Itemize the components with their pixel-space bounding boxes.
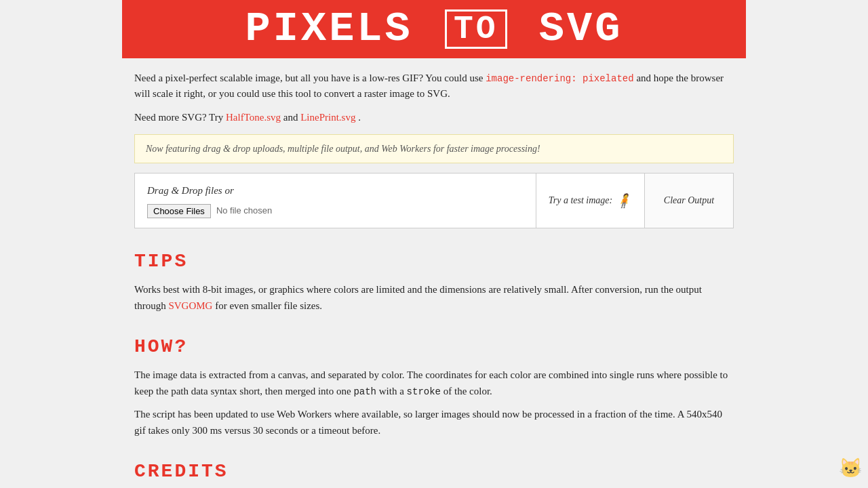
file-input-wrapper: Choose Files No file chosen <box>147 204 524 218</box>
intro-p2-start: Need more SVG? Try <box>134 112 223 123</box>
upload-left-panel: Drag & Drop files or Choose Files No fil… <box>135 174 536 228</box>
drag-drop-text: Drag & Drop files or <box>147 183 524 199</box>
how-paragraph-2: The script has been updated to use Web W… <box>134 406 734 439</box>
intro-paragraph-2: Need more SVG? Try HalfTone.svg and Line… <box>134 110 734 125</box>
notice-box: Now featuring drag & drop uploads, multi… <box>134 134 734 163</box>
intro-p2-and: and <box>283 112 298 123</box>
how-heading: HOW? <box>134 333 734 361</box>
main-content: Need a pixel-perfect scalable image, but… <box>122 70 746 488</box>
tips-paragraph: Works best with 8-bit images, or graphic… <box>134 281 734 314</box>
notice-text: Now featuring drag & drop uploads, multi… <box>146 144 540 154</box>
intro-text-start: Need a pixel-perfect scalable image, but… <box>134 73 483 83</box>
test-image-label: Try a test image: <box>549 193 613 207</box>
tips-text-end: for even smaller file sizes. <box>215 300 322 311</box>
page-wrapper: PIXELS to SVG Need a pixel-perfect scala… <box>122 0 746 488</box>
clear-output-button[interactable]: Clear Output <box>645 174 733 228</box>
test-image-panel[interactable]: Try a test image: 🧍 <box>536 174 645 228</box>
intro-p2-end: . <box>358 112 361 123</box>
how-with-a: with a <box>379 386 404 396</box>
header-to: to <box>445 9 507 49</box>
how-text-end2: of the color. <box>443 386 492 396</box>
stroke-code: stroke <box>407 386 441 397</box>
lineprint-link[interactable]: LinePrint.svg <box>300 112 355 123</box>
credits-heading: CREDITS <box>134 458 734 486</box>
tips-heading: TIPS <box>134 247 734 276</box>
test-image-emoji: 🧍 <box>615 190 632 211</box>
image-rendering-link[interactable]: image-rendering: pixelated <box>486 73 633 84</box>
header-banner: PIXELS to SVG <box>122 0 746 58</box>
svgomg-link[interactable]: SVGOMG <box>168 300 212 311</box>
path-code: path <box>353 386 376 397</box>
choose-files-button[interactable]: Choose Files <box>147 204 211 218</box>
how-paragraph-1: The image data is extracted from a canva… <box>134 367 734 399</box>
header-title: PIXELS to SVG <box>245 8 623 50</box>
intro-paragraph-1: Need a pixel-perfect scalable image, but… <box>134 70 734 102</box>
header-pixels: PIXELS <box>245 5 413 53</box>
no-file-chosen-text: No file chosen <box>216 204 272 218</box>
catiline-logo-icon: 🐱 <box>839 454 863 483</box>
upload-section: Drag & Drop files or Choose Files No fil… <box>134 173 734 228</box>
header-svg: SVG <box>539 5 623 53</box>
halftone-link[interactable]: HalfTone.svg <box>226 112 281 123</box>
